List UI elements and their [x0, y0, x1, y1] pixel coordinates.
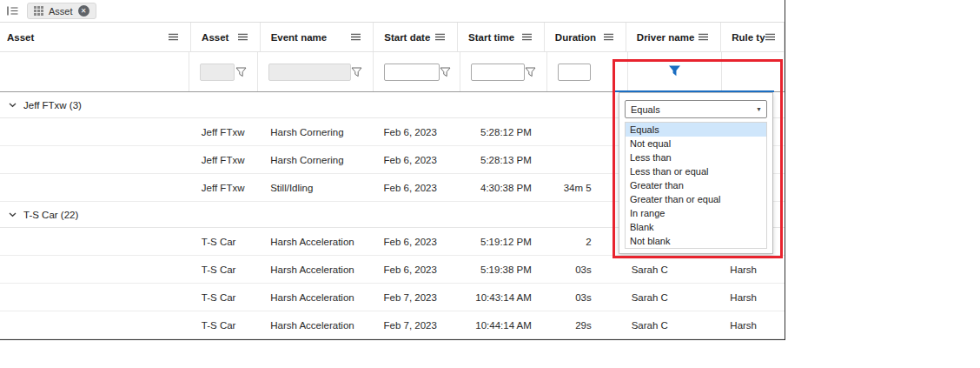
cell-duration: 2 — [544, 228, 626, 255]
cell-group-spacer — [0, 228, 191, 255]
column-menu-icon[interactable] — [604, 33, 613, 41]
cell-group-spacer — [0, 174, 191, 201]
operator-option[interactable]: Less than or equal — [626, 164, 766, 178]
operator-option[interactable]: Not blank — [626, 234, 766, 248]
cell-group-spacer — [0, 146, 191, 173]
column-header-label: Driver name — [637, 32, 694, 43]
filter-input-asset[interactable] — [200, 64, 235, 81]
cell-event: Harsh Acceleration — [260, 228, 373, 255]
cell-duration: 03s — [544, 256, 626, 283]
column-header-label: Start time — [468, 32, 514, 43]
cell-start_time: 10:43:14 AM — [457, 284, 544, 311]
filter-input-start_time[interactable] — [471, 64, 525, 81]
grid-window: Asset ✕ AssetAssetEvent nameStart dateSt… — [0, 0, 785, 340]
filter-input-duration[interactable] — [558, 64, 591, 81]
tab-bar: Asset ✕ — [0, 0, 785, 23]
column-menu-icon[interactable] — [522, 33, 532, 41]
column-header-asset[interactable]: Asset — [191, 23, 261, 51]
column-header-duration[interactable]: Duration — [545, 23, 626, 51]
operator-option[interactable]: Less than — [626, 151, 766, 164]
operator-option[interactable]: Equals — [626, 123, 766, 137]
column-header-asset[interactable]: Asset — [0, 23, 191, 51]
header-row: AssetAssetEvent nameStart dateStart time… — [0, 23, 785, 52]
filter-cell-7 — [722, 52, 785, 91]
cell-event: Still/Idling — [260, 174, 373, 201]
operator-combobox[interactable]: Equals ▼ — [625, 100, 767, 118]
cell-group-spacer — [0, 256, 191, 283]
cell-asset: T-S Car — [191, 311, 260, 338]
tab-asset[interactable]: Asset ✕ — [27, 3, 96, 19]
filter-input-start_date[interactable] — [384, 64, 440, 81]
column-header-start-date[interactable]: Start date — [374, 23, 458, 51]
cell-start_date: Feb 7, 2023 — [374, 284, 458, 311]
filter-cell-duration — [547, 52, 628, 91]
column-header-label: Asset — [7, 32, 34, 43]
column-menu-icon[interactable] — [238, 33, 248, 41]
column-header-driver-name[interactable]: Driver name — [626, 23, 721, 51]
group-label: Jeff FTxw (3) — [23, 100, 82, 110]
cell-asset: T-S Car — [191, 256, 260, 283]
column-header-rule-ty[interactable]: Rule ty — [721, 23, 785, 51]
cell-group-spacer — [0, 118, 191, 145]
cell-duration — [544, 118, 626, 145]
column-header-label: Event name — [271, 32, 328, 43]
grid-view-icon — [34, 6, 43, 16]
filter-input-event_name[interactable] — [268, 64, 351, 81]
filter-menu-popup: Equals ▼ EqualsNot equalLess thanLess th… — [619, 92, 773, 254]
table-row[interactable]: T-S CarHarsh AccelerationFeb 6, 20235:19… — [0, 256, 785, 284]
column-menu-icon[interactable] — [351, 33, 361, 41]
cell-rule: Harsh — [721, 284, 785, 311]
column-menu-icon[interactable] — [699, 33, 708, 41]
filter-funnel-icon[interactable] — [235, 67, 247, 77]
active-filter-funnel-icon[interactable] — [668, 64, 681, 80]
combo-dropdown-icon: ▼ — [756, 106, 762, 112]
operator-option[interactable]: In range — [626, 206, 766, 220]
cell-start_time: 5:28:13 PM — [457, 146, 544, 173]
group-label: T-S Car (22) — [23, 210, 78, 220]
cell-start_time: 5:19:12 PM — [457, 228, 544, 255]
tab-close-icon[interactable]: ✕ — [78, 5, 89, 17]
cell-asset: Jeff FTxw — [191, 146, 260, 173]
filter-funnel-icon[interactable] — [440, 67, 451, 77]
operator-option[interactable]: Greater than — [626, 178, 766, 192]
column-header-label: Start date — [384, 32, 430, 43]
cell-rule: Harsh — [721, 256, 785, 283]
operator-option[interactable]: Greater than or equal — [626, 192, 766, 206]
view-list-icon[interactable] — [7, 6, 18, 16]
cell-start_date: Feb 6, 2023 — [374, 118, 458, 145]
operator-option[interactable]: Not equal — [626, 137, 766, 151]
cell-driver: Sarah C — [626, 311, 721, 338]
filter-cell-driver_name — [628, 52, 722, 91]
cell-asset: Jeff FTxw — [191, 118, 260, 145]
operator-value: Equals — [631, 104, 660, 115]
table-row[interactable]: T-S CarHarsh AccelerationFeb 7, 202310:4… — [0, 311, 785, 339]
column-menu-icon[interactable] — [435, 33, 445, 41]
column-menu-icon[interactable] — [765, 33, 775, 41]
column-menu-icon[interactable] — [169, 33, 178, 41]
cell-asset: T-S Car — [191, 228, 260, 255]
cell-duration: 29s — [544, 311, 626, 338]
cell-event: Harsh Acceleration — [260, 311, 373, 338]
filter-row — [0, 52, 785, 92]
filter-cell-start_time — [460, 52, 547, 91]
filter-funnel-icon[interactable] — [351, 67, 362, 77]
cell-event: Harsh Cornering — [260, 118, 373, 145]
cell-start_date: Feb 6, 2023 — [374, 256, 458, 283]
chevron-down-icon[interactable] — [9, 103, 17, 108]
column-header-label: Asset — [202, 32, 228, 43]
cell-duration — [544, 146, 626, 173]
cell-driver: Sarah C — [626, 284, 721, 311]
cell-asset: T-S Car — [191, 284, 260, 311]
cell-start_time: 5:28:12 PM — [457, 118, 544, 145]
cell-duration: 34m 5 — [544, 174, 626, 201]
cell-start_date: Feb 6, 2023 — [374, 228, 458, 255]
chevron-down-icon[interactable] — [9, 212, 17, 217]
column-header-event-name[interactable]: Event name — [261, 23, 374, 51]
table-row[interactable]: T-S CarHarsh AccelerationFeb 7, 202310:4… — [0, 284, 785, 311]
tab-label: Asset — [49, 6, 73, 17]
operator-option[interactable]: Blank — [626, 220, 766, 234]
filter-funnel-icon[interactable] — [525, 67, 536, 77]
cell-start_date: Feb 7, 2023 — [374, 311, 458, 338]
column-header-start-time[interactable]: Start time — [458, 23, 545, 51]
filter-cell-start_date — [374, 52, 460, 91]
